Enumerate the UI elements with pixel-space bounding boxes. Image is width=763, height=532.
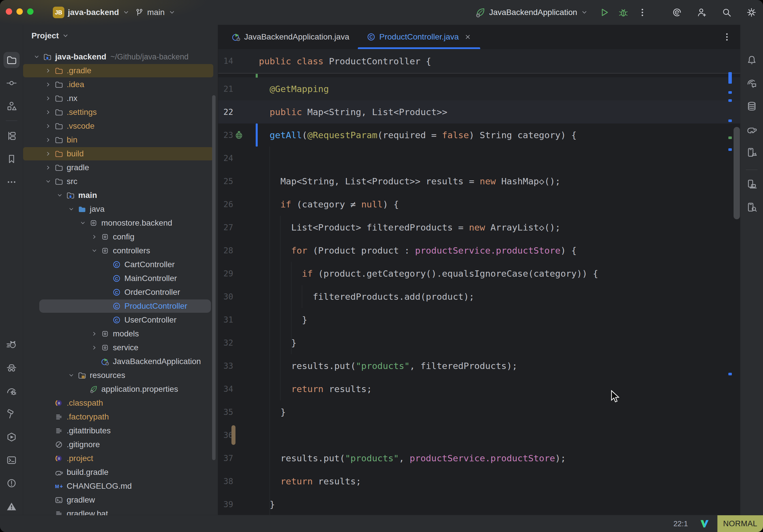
tree-item-gitignore[interactable]: .gitignore <box>23 438 218 452</box>
tree-item-settings[interactable]: .settings <box>23 105 218 119</box>
notifications-tool-button[interactable] <box>3 498 20 514</box>
caret-position-widget[interactable]: 22:1 <box>673 519 688 528</box>
search-everywhere-icon[interactable] <box>721 7 732 18</box>
code-line-25[interactable]: 25 Map<String, List<Product>> results = … <box>218 170 740 193</box>
code-line-23[interactable]: 23 getAll(@RequestParam(required = false… <box>218 124 740 147</box>
device-manager-tool-button[interactable] <box>744 144 760 160</box>
close-window-button[interactable] <box>6 8 12 15</box>
branch-selector[interactable]: main <box>135 0 176 25</box>
services-tool-button[interactable] <box>3 429 20 445</box>
chevron-right-icon[interactable] <box>42 91 54 105</box>
chevron-right-icon[interactable] <box>42 119 54 133</box>
fold-separator[interactable] <box>218 73 740 73</box>
tree-item-changelog-md[interactable]: MCHANGELOG.md <box>23 479 218 493</box>
tree-item-productcontroller[interactable]: CProductController <box>23 299 218 313</box>
project-tree-scrollbar[interactable] <box>212 95 216 460</box>
chevron-right-icon[interactable] <box>88 230 101 244</box>
project-tool-button[interactable] <box>3 52 20 68</box>
tree-item-gradle[interactable]: .gradle <box>23 64 218 78</box>
tree-item-gitattributes[interactable]: .gitattributes <box>23 424 218 438</box>
vim-mode-badge[interactable]: NORMAL <box>717 515 763 532</box>
editor-options-kebab-icon[interactable] <box>722 32 732 42</box>
tree-item-maincontroller[interactable]: CMainController <box>23 271 218 285</box>
chevron-right-icon[interactable] <box>42 161 54 174</box>
chevron-right-icon[interactable] <box>88 341 101 355</box>
code-line-30[interactable]: 30 filteredProducts.add(product); <box>218 285 740 308</box>
minimize-window-button[interactable] <box>16 8 23 15</box>
code-line-39[interactable]: 39 } <box>218 493 740 515</box>
running-devices-tool-button[interactable] <box>744 176 760 192</box>
tree-item-project[interactable]: .project <box>23 452 218 465</box>
code-line-28[interactable]: 28 for (Product product : productService… <box>218 239 740 262</box>
tree-item-main[interactable]: main <box>23 188 218 202</box>
more-tool-windows-tool-button[interactable] <box>3 174 20 190</box>
chevron-down-icon[interactable] <box>54 188 66 202</box>
vcs-change-marker-tan[interactable] <box>231 425 236 445</box>
tree-item-src[interactable]: src <box>23 174 218 188</box>
copilot-tool-button[interactable] <box>3 337 20 353</box>
tree-item-gradle[interactable]: gradle <box>23 161 218 174</box>
code-line-34[interactable]: 34 return results; <box>218 377 740 400</box>
settings-gear-icon[interactable] <box>746 7 757 18</box>
terminal-tool-button[interactable] <box>3 452 20 468</box>
code-line-24[interactable]: 24 <box>218 147 740 170</box>
build-tool-button[interactable] <box>3 406 20 422</box>
ai-assistant-icon[interactable] <box>672 7 682 18</box>
tree-item-java-backend[interactable]: java-backend~/Github/java-backend <box>23 50 218 64</box>
tree-item-build-gradle[interactable]: build.gradle <box>23 465 218 479</box>
commit-tool-button[interactable] <box>3 75 20 91</box>
problems-tool-button[interactable] <box>3 475 20 491</box>
project-selector[interactable]: JB java-backend <box>53 0 130 25</box>
tree-item-bin[interactable]: bin <box>23 133 218 147</box>
tree-item-vscode[interactable]: .vscode <box>23 119 218 133</box>
chevron-down-icon[interactable] <box>76 216 89 230</box>
rest-endpoint-globe-icon[interactable] <box>234 130 244 140</box>
tree-item-classpath[interactable]: .classpath <box>23 396 218 410</box>
tree-item-gradlew[interactable]: gradlew <box>23 493 218 507</box>
more-run-actions-button[interactable] <box>637 7 648 18</box>
chevron-right-icon[interactable] <box>42 64 54 78</box>
tree-item-service[interactable]: service <box>23 341 218 355</box>
tree-item-config[interactable]: config <box>23 230 218 244</box>
chevron-right-icon[interactable] <box>42 78 54 91</box>
gradle-tool-button[interactable] <box>744 121 760 137</box>
tree-item-cartcontroller[interactable]: CCartController <box>23 258 218 271</box>
tree-item-javabackendapplication[interactable]: JavaBackendApplication <box>23 355 218 369</box>
database-tool-button[interactable] <box>744 98 760 114</box>
chevron-down-icon[interactable] <box>65 202 78 216</box>
chevron-down-icon[interactable] <box>30 50 43 64</box>
code-line-37[interactable]: 37 results.put("products", productServic… <box>218 447 740 470</box>
code-line-33[interactable]: 33 results.put("products", filteredProdu… <box>218 354 740 377</box>
tree-item-gradlew-bat[interactable]: gradlew.bat <box>23 507 218 515</box>
structure-tool-button[interactable] <box>3 98 20 114</box>
tree-item-ordercontroller[interactable]: COrderController <box>23 285 218 299</box>
run-configurations-tool-button[interactable] <box>3 128 20 144</box>
tree-item-factorypath[interactable]: .factorypath <box>23 410 218 424</box>
maximize-window-button[interactable] <box>27 8 34 15</box>
code-line-35[interactable]: 35 } <box>218 400 740 424</box>
chevron-right-icon[interactable] <box>88 327 101 341</box>
chevron-down-icon[interactable] <box>42 174 54 188</box>
code-line-29[interactable]: 29 if (product.getCategory().equalsIgnor… <box>218 262 740 285</box>
tab-close-icon[interactable] <box>464 33 472 41</box>
tree-item-application-properties[interactable]: application.properties <box>23 382 218 396</box>
chevron-down-icon[interactable] <box>88 244 101 258</box>
ai-assistant-tool-button[interactable] <box>744 75 760 91</box>
bookmarks-tool-button[interactable] <box>3 151 20 167</box>
code-line-36[interactable]: 36 <box>218 424 740 447</box>
code-line-31[interactable]: 31 } <box>218 308 740 331</box>
vim-icon[interactable] <box>700 519 709 529</box>
code-line-14[interactable]: 14public class ProductController { <box>218 49 740 73</box>
code-line-32[interactable]: 32 } <box>218 331 740 354</box>
tree-item-models[interactable]: models <box>23 327 218 341</box>
tree-item-controllers[interactable]: controllers <box>23 244 218 258</box>
profiler-tool-button[interactable] <box>3 383 20 399</box>
tree-item-java[interactable]: java <box>23 202 218 216</box>
chevron-right-icon[interactable] <box>42 133 54 147</box>
tab-productcontroller-java[interactable]: CProductController.java <box>358 25 480 49</box>
chevron-right-icon[interactable] <box>42 105 54 119</box>
run-configuration-selector[interactable]: JavaBackendApplication <box>475 0 648 25</box>
tree-item-nx[interactable]: .nx <box>23 91 218 105</box>
incognito-tool-button[interactable] <box>3 360 20 376</box>
tree-item-build[interactable]: build <box>23 147 218 161</box>
